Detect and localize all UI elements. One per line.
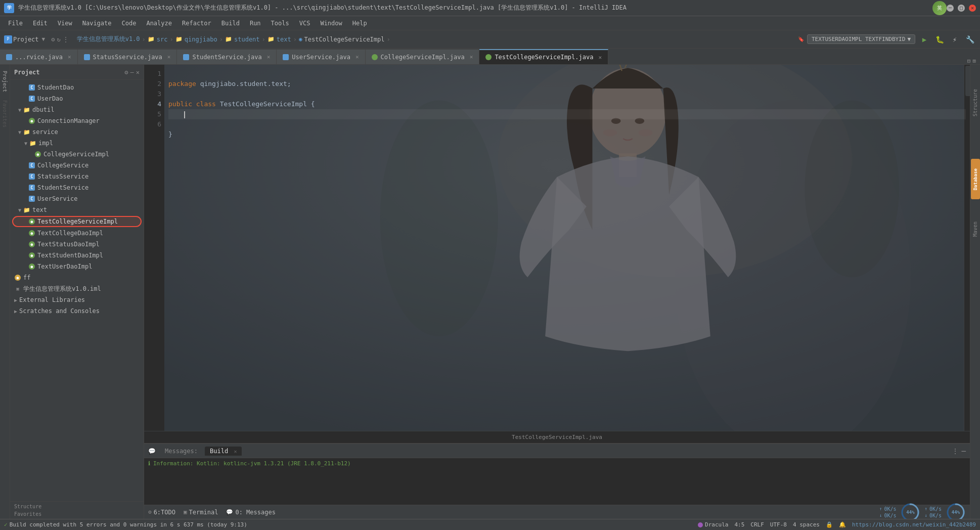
- more-options-icon[interactable]: ⋮: [63, 36, 69, 43]
- left-label-favorites[interactable]: Favorites: [1, 98, 9, 129]
- tree-item-service[interactable]: ▼ 📁 service: [10, 126, 144, 138]
- menu-edit[interactable]: Edit: [29, 19, 52, 28]
- bookmark-icon[interactable]: 🔖: [798, 36, 804, 42]
- tab-testcollegeserviceimpl[interactable]: TestCollegeServiceImpl.java ✕: [479, 49, 608, 64]
- refresh-icon[interactable]: ↻: [57, 36, 60, 43]
- tree-item-collegeserviceimpl[interactable]: ● CollegeServiceImpl: [10, 149, 144, 160]
- info-icon: ℹ: [148, 460, 150, 467]
- project-settings-icon[interactable]: ⚙: [124, 69, 128, 76]
- bottom-tab-build-close[interactable]: ✕: [234, 449, 237, 454]
- coverage-button[interactable]: 🔧: [964, 33, 976, 46]
- tab-service[interactable]: ...rvice.java ✕: [0, 49, 78, 64]
- tree-item-textcollegedaoimpl[interactable]: ● TextCollegeDaoImpl: [10, 228, 144, 239]
- left-sidebar-labels: Project Favorites: [0, 65, 10, 519]
- tab-studentservice[interactable]: StudentService.java ✕: [177, 49, 277, 64]
- tree-item-userdao[interactable]: C UserDao: [10, 93, 144, 104]
- code-text[interactable]: package qingjiabo.student.text; public c…: [164, 65, 970, 431]
- menu-tools[interactable]: Tools: [267, 19, 293, 28]
- toolbar-todo[interactable]: ⚙ 6:TODO: [148, 509, 175, 516]
- tree-item-text[interactable]: ▼ 📁 text: [10, 204, 144, 215]
- debug-button[interactable]: 🐛: [933, 33, 946, 46]
- tree-item-studentservice[interactable]: C StudentService: [10, 182, 144, 193]
- project-dropdown-arrow[interactable]: ▼: [42, 36, 46, 42]
- favorites-label[interactable]: Favorites: [14, 511, 140, 517]
- tab-collegeserviceimpl[interactable]: CollegeServiceImpl.java ✕: [366, 49, 480, 64]
- close-button[interactable]: ✕: [969, 5, 976, 12]
- run-button[interactable]: ▶: [918, 33, 930, 46]
- tab-close-user[interactable]: ✕: [355, 54, 359, 60]
- breadcrumb-text[interactable]: text: [277, 36, 291, 43]
- menu-code[interactable]: Code: [118, 19, 141, 28]
- split-editor-icon[interactable]: ⊟: [967, 58, 971, 64]
- line-ending[interactable]: CRLF: [750, 521, 764, 528]
- download-arrow-2: ↓: [924, 513, 927, 518]
- tab-close-service[interactable]: ✕: [68, 54, 71, 60]
- bottom-tab-build[interactable]: Build ✕: [205, 447, 242, 456]
- bottom-tab-messages[interactable]: Messages:: [160, 447, 203, 456]
- tree-item-ff[interactable]: ● ff: [10, 272, 144, 283]
- tree-item-textstatusdaoimpl[interactable]: ● TextStatusDaoImpl: [10, 239, 144, 250]
- tab-close-testcollege[interactable]: ✕: [598, 54, 602, 61]
- recent-files-icon[interactable]: ⊞: [972, 58, 976, 64]
- menu-file[interactable]: File: [4, 19, 27, 28]
- menu-refactor[interactable]: Refactor: [178, 19, 215, 28]
- encoding[interactable]: UTF-8: [770, 521, 787, 528]
- tree-item-dbutil[interactable]: ▼ 📁 dbutil: [10, 104, 144, 115]
- right-label-maven[interactable]: Maven: [971, 219, 979, 239]
- tree-item-iml[interactable]: ▣ 学生信息管理系统v1.0.iml: [10, 283, 144, 294]
- menu-navigate[interactable]: Navigate: [78, 19, 116, 28]
- tab-close-college[interactable]: ✕: [470, 54, 473, 60]
- tree-item-external-libraries[interactable]: ▶ External Libraries: [10, 294, 144, 305]
- indent[interactable]: 4 spaces: [793, 521, 820, 528]
- settings-icon[interactable]: ⚙: [51, 36, 55, 43]
- tree-item-userservice[interactable]: C UserService: [10, 193, 144, 204]
- run-config-label: TEXTUSERDAOIMPL TEXTFINDBYID: [812, 36, 905, 42]
- theme-status[interactable]: Dracula: [698, 521, 728, 528]
- tab-statussservice[interactable]: StatusSservice.java ✕: [78, 49, 177, 64]
- right-label-structure[interactable]: Structure: [971, 87, 979, 118]
- tree-item-textuserdaoimpl[interactable]: ● TextUserDaoImpl: [10, 261, 144, 272]
- bottom-minimize-icon[interactable]: ─: [962, 447, 966, 455]
- tree-item-collegeservice[interactable]: C CollegeService: [10, 160, 144, 171]
- menu-build[interactable]: Build: [217, 19, 244, 28]
- breadcrumb-text-icon: 📁: [268, 36, 275, 42]
- tree-item-scratches[interactable]: ▶ Scratches and Consoles: [10, 305, 144, 317]
- impl-label: impl: [38, 140, 53, 147]
- toolbar-messages[interactable]: 💬 0: Messages: [222, 509, 275, 516]
- breadcrumb-qingjiabo[interactable]: qingjiabo: [185, 36, 217, 43]
- maximize-button[interactable]: □: [958, 5, 965, 12]
- tabs-bar: ...rvice.java ✕ StatusSservice.java ✕ St…: [0, 49, 980, 65]
- toolbar-terminal[interactable]: ▣ Terminal: [180, 509, 218, 516]
- testcollegeserviceimpl-icon: ●: [28, 218, 35, 225]
- project-close-icon[interactable]: ✕: [136, 69, 140, 76]
- profile-button[interactable]: ⚡: [949, 33, 961, 46]
- menu-analyze[interactable]: Analyze: [142, 19, 176, 28]
- breadcrumb-classname[interactable]: TestCollegeServiceImpl: [304, 36, 385, 43]
- tree-item-studentdao[interactable]: C StudentDao: [10, 82, 144, 93]
- project-collapse-icon[interactable]: —: [130, 69, 134, 76]
- menu-help[interactable]: Help: [348, 19, 371, 28]
- breadcrumb-src[interactable]: src: [157, 36, 168, 43]
- menu-run[interactable]: Run: [246, 19, 265, 28]
- tree-item-textstudentdaoimpl[interactable]: ● TextStudentDaoImpl: [10, 250, 144, 261]
- tab-userservice[interactable]: UserService.java ✕: [277, 49, 365, 64]
- tree-item-statussservice[interactable]: C StatusSservice: [10, 171, 144, 182]
- database-panel-tab[interactable]: Database: [971, 159, 980, 199]
- run-config-dropdown[interactable]: TEXTUSERDAOIMPL TEXTFINDBYID ▼: [807, 34, 915, 44]
- structure-label[interactable]: Structure: [14, 504, 140, 509]
- breadcrumb-student[interactable]: student: [234, 36, 260, 43]
- menu-view[interactable]: View: [54, 19, 76, 28]
- left-label-project[interactable]: Project: [1, 69, 9, 94]
- bottom-more-icon[interactable]: ⋮: [952, 447, 959, 455]
- notifications-icon[interactable]: 🔔: [839, 521, 846, 528]
- csdn-link[interactable]: https://blog.csdn.net/weixin_442b2489: [852, 521, 976, 528]
- tab-close-student[interactable]: ✕: [267, 54, 271, 60]
- tree-item-testcollegeserviceimpl[interactable]: ● TestCollegeServiceImpl: [12, 216, 142, 227]
- menu-window[interactable]: Window: [316, 19, 346, 28]
- menu-vcs[interactable]: VCS: [295, 19, 315, 28]
- tree-item-impl[interactable]: ▼ 📁 impl: [10, 138, 144, 149]
- tree-item-connectionmanager[interactable]: ● ConnectionManager: [10, 115, 144, 126]
- tab-close-status[interactable]: ✕: [167, 54, 171, 60]
- breadcrumb-project[interactable]: 学生信息管理系统v1.0: [77, 35, 140, 43]
- code-area[interactable]: 1 2 3 4 5 6 package qingjiabo.student.te…: [144, 65, 970, 431]
